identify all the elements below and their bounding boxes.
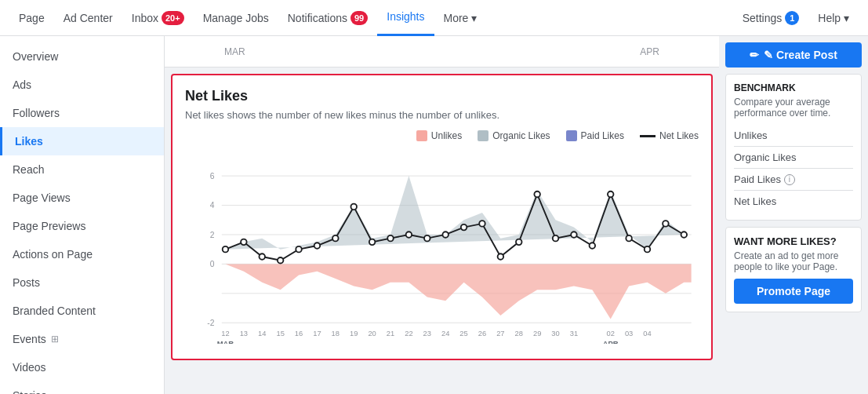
benchmark-paid-likes[interactable]: Paid Likes i xyxy=(734,169,853,191)
benchmark-net-likes[interactable]: Net Likes xyxy=(734,191,853,212)
content-area: MAR APR Net Likes Net likes shows the nu… xyxy=(165,36,719,394)
svg-point-15 xyxy=(260,254,265,259)
nav-manage-jobs[interactable]: Manage Jobs xyxy=(194,0,278,36)
sidebar-item-branded-content[interactable]: Branded Content xyxy=(0,297,164,325)
svg-marker-11 xyxy=(225,176,684,250)
sidebar-item-events[interactable]: Events ⊞ xyxy=(0,325,164,353)
date-bar-labels: MAR APR xyxy=(177,46,706,57)
svg-point-25 xyxy=(442,232,448,237)
svg-text:MAR: MAR xyxy=(217,340,234,344)
nav-ad-center[interactable]: Ad Center xyxy=(54,0,122,36)
benchmark-desc: Compare your average performance over ti… xyxy=(734,97,853,119)
date-bar-mar: MAR xyxy=(224,46,245,57)
paid-likes-info-icon[interactable]: i xyxy=(784,174,795,185)
svg-point-13 xyxy=(223,246,228,252)
chart-svg-wrap: 6 4 2 0 -2 xyxy=(185,148,699,346)
date-bar-apr: APR xyxy=(640,46,659,57)
svg-text:04: 04 xyxy=(643,330,651,337)
sidebar-item-stories[interactable]: Stories xyxy=(0,381,164,394)
svg-point-28 xyxy=(498,254,503,259)
nav-inbox-label: Inbox xyxy=(132,12,158,24)
nav-insights[interactable]: Insights xyxy=(377,0,434,36)
benchmark-organic-likes[interactable]: Organic Likes xyxy=(734,147,853,169)
svg-text:-2: -2 xyxy=(207,319,214,327)
legend-label-paid: Paid Likes xyxy=(581,130,624,141)
benchmark-title: BENCHMARK xyxy=(734,82,853,93)
nav-help-label: Help ▾ xyxy=(818,12,849,24)
promote-page-button[interactable]: Promote Page xyxy=(734,279,853,304)
benchmark-unlikes[interactable]: Unlikes xyxy=(734,125,853,147)
svg-text:0: 0 xyxy=(210,260,215,268)
legend-paid-likes: Paid Likes xyxy=(566,130,624,141)
want-likes-section: WANT MORE LIKES? Create an ad to get mor… xyxy=(725,227,862,312)
nav-more[interactable]: More ▾ xyxy=(434,0,487,36)
svg-text:30: 30 xyxy=(551,330,559,337)
legend-color-organic xyxy=(478,130,488,141)
svg-point-18 xyxy=(314,243,320,248)
svg-point-24 xyxy=(424,235,430,241)
sidebar-item-page-views[interactable]: Page Views xyxy=(0,184,164,212)
nav-insights-label: Insights xyxy=(387,10,424,23)
legend-line-net xyxy=(640,135,656,137)
top-nav: Page Ad Center Inbox 20+ Manage Jobs Not… xyxy=(0,0,868,36)
svg-text:22: 22 xyxy=(405,330,412,337)
svg-point-22 xyxy=(387,235,393,241)
nav-page[interactable]: Page xyxy=(9,0,54,36)
svg-text:29: 29 xyxy=(533,330,541,337)
sidebar-item-actions-on-page[interactable]: Actions on Page xyxy=(0,240,164,268)
svg-text:APR: APR xyxy=(603,340,619,344)
nav-notifications[interactable]: Notifications 99 xyxy=(278,0,378,36)
nav-more-label: More ▾ xyxy=(444,12,478,24)
nav-ad-center-label: Ad Center xyxy=(64,12,113,24)
svg-text:20: 20 xyxy=(368,330,376,337)
chart-panel: Net Likes Net likes shows the number of … xyxy=(171,74,713,360)
notifications-badge: 99 xyxy=(350,11,368,25)
chart-legend: Unlikes Organic Likes Paid Likes Net Lik… xyxy=(185,130,699,141)
create-post-button[interactable]: ✏ ✎ Create Post xyxy=(725,42,862,67)
svg-point-17 xyxy=(296,246,301,252)
svg-text:02: 02 xyxy=(607,330,615,337)
sidebar-item-reach[interactable]: Reach xyxy=(0,155,164,184)
svg-text:24: 24 xyxy=(441,330,449,337)
benchmark-section: BENCHMARK Compare your average performan… xyxy=(725,74,862,221)
svg-point-23 xyxy=(406,232,412,237)
main-content: MAR APR Net Likes Net likes shows the nu… xyxy=(165,36,868,394)
nav-manage-jobs-label: Manage Jobs xyxy=(203,12,269,24)
svg-text:26: 26 xyxy=(478,330,486,337)
sidebar-item-overview[interactable]: Overview xyxy=(0,42,164,71)
svg-text:12: 12 xyxy=(221,330,229,337)
sidebar-item-followers[interactable]: Followers xyxy=(0,99,164,127)
svg-text:18: 18 xyxy=(332,330,340,337)
svg-point-36 xyxy=(645,246,650,252)
legend-color-paid xyxy=(566,130,577,141)
svg-marker-12 xyxy=(225,264,691,319)
svg-point-19 xyxy=(332,235,338,241)
chart-title: Net Likes xyxy=(185,88,699,104)
svg-text:19: 19 xyxy=(350,330,358,337)
svg-point-16 xyxy=(278,257,283,263)
legend-organic-likes: Organic Likes xyxy=(478,130,550,141)
svg-text:13: 13 xyxy=(240,330,248,337)
svg-text:4: 4 xyxy=(210,201,215,210)
svg-point-35 xyxy=(626,235,631,241)
sidebar: Overview Ads Followers Likes Reach Page … xyxy=(0,36,165,394)
svg-point-29 xyxy=(516,239,521,245)
layout: Overview Ads Followers Likes Reach Page … xyxy=(0,36,868,394)
sidebar-item-page-previews[interactable]: Page Previews xyxy=(0,212,164,240)
svg-point-26 xyxy=(461,224,467,230)
nav-settings[interactable]: Settings 1 xyxy=(733,0,809,36)
svg-point-21 xyxy=(369,239,375,245)
sidebar-item-posts[interactable]: Posts xyxy=(0,268,164,297)
external-link-icon: ⊞ xyxy=(51,334,59,345)
date-bar: MAR APR xyxy=(165,36,719,67)
svg-text:2: 2 xyxy=(210,231,215,239)
nav-inbox[interactable]: Inbox 20+ xyxy=(122,0,194,36)
nav-page-label: Page xyxy=(19,12,45,24)
sidebar-item-ads[interactable]: Ads xyxy=(0,71,164,99)
sidebar-item-likes[interactable]: Likes xyxy=(0,127,164,155)
svg-text:25: 25 xyxy=(459,330,467,337)
svg-text:28: 28 xyxy=(515,330,523,337)
sidebar-item-videos[interactable]: Videos xyxy=(0,353,164,381)
nav-help[interactable]: Help ▾ xyxy=(808,0,859,36)
chart-svg: 6 4 2 0 -2 xyxy=(185,148,699,344)
